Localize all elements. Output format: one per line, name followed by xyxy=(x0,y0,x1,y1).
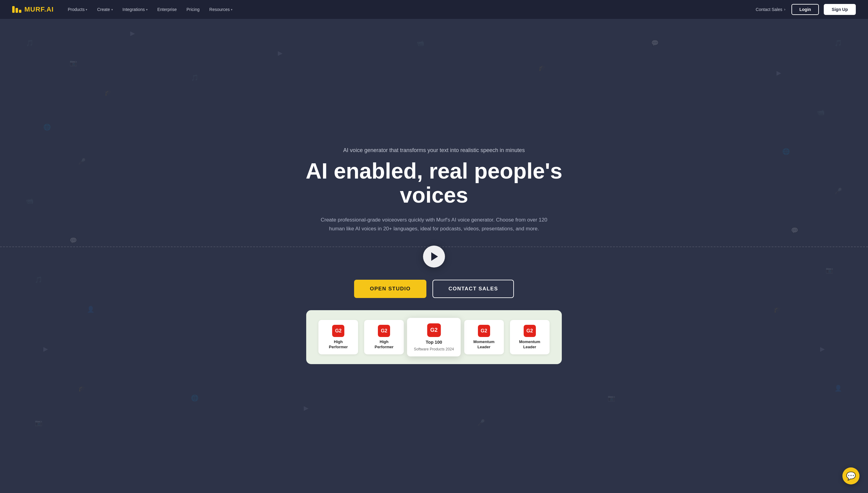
hero-subtitle: AI voice generator that transforms your … xyxy=(297,147,571,154)
bg-icon-m2: ▶ xyxy=(278,49,282,57)
nav-contact-sales[interactable]: Contact Sales › xyxy=(754,4,787,14)
logo[interactable]: MURF.AI xyxy=(12,5,54,14)
award-title-2: HighPerformer xyxy=(370,339,398,350)
bg-icon-r2: ▶ xyxy=(776,69,781,77)
logo-bar-3 xyxy=(19,10,21,13)
g2-badge-4: G2 xyxy=(524,325,536,337)
award-card-3: G2 MomentumLeader xyxy=(464,320,504,355)
bg-icon-r9: ▶ xyxy=(820,345,825,352)
hero-content: AI voice generator that transforms your … xyxy=(297,147,571,298)
bg-icon-3: ▶ xyxy=(130,29,135,37)
nav-links: Products ▾ Create ▾ Integrations ▾ Enter… xyxy=(63,4,237,14)
nav-products[interactable]: Products ▾ xyxy=(63,4,92,14)
bg-icon-r7: 📷 xyxy=(826,266,833,274)
bg-icon-12: 🎓 xyxy=(78,385,86,392)
bg-icon-r4: 🌐 xyxy=(782,148,790,155)
hero-section: 🎵 📷 ▶ 🎓 🌐 🎤 📹 💬 🎵 👤 ▶ 🎓 📷 🎵 ▶ 📹 🌐 🎤 💬 📷 … xyxy=(0,0,868,493)
bg-icon-7: 📹 xyxy=(26,197,34,205)
bg-icon-9: 🎵 xyxy=(35,276,42,283)
logo-text: MURF.AI xyxy=(24,5,54,14)
award-card-4: G2 MomentumLeader xyxy=(510,320,550,355)
logo-bar-2 xyxy=(16,8,18,13)
bg-icon-r6: 💬 xyxy=(791,227,799,234)
signup-button[interactable]: Sign Up xyxy=(824,4,856,15)
bg-icon-b1: 🌐 xyxy=(191,394,199,402)
nav-pricing[interactable]: Pricing xyxy=(182,4,204,14)
bg-icon-m4: 🎓 xyxy=(538,64,546,71)
cta-buttons: OPEN STUDIO CONTACT SALES xyxy=(297,280,571,298)
award-title-3: MomentumLeader xyxy=(470,339,498,350)
nav-integrations[interactable]: Integrations ▾ xyxy=(118,4,152,14)
play-video-button[interactable] xyxy=(423,245,445,267)
create-chevron-icon: ▾ xyxy=(111,8,113,11)
nav-enterprise[interactable]: Enterprise xyxy=(153,4,181,14)
nav-left: MURF.AI Products ▾ Create ▾ Integrations… xyxy=(12,4,237,14)
g2-badge-2: G2 xyxy=(378,325,390,337)
products-chevron-icon: ▾ xyxy=(86,8,87,11)
bg-icon-10: 👤 xyxy=(87,306,95,313)
bg-icon-r5: 🎤 xyxy=(834,187,842,195)
contact-sales-button[interactable]: CONTACT SALES xyxy=(432,280,514,298)
bg-icon-r10: 👤 xyxy=(834,385,842,392)
bg-icon-b3: 🎤 xyxy=(477,419,485,426)
award-title-1: HighPerformer xyxy=(324,339,352,350)
play-icon xyxy=(431,252,438,261)
award-subtitle-featured: Software Products 2024 xyxy=(414,347,454,351)
bg-icon-r8: 🎓 xyxy=(773,306,781,313)
nav-resources[interactable]: Resources ▾ xyxy=(205,4,237,14)
integrations-chevron-icon: ▾ xyxy=(146,8,148,11)
bg-icon-b2: ▶ xyxy=(304,404,308,412)
bg-icon-6: 🎤 xyxy=(78,158,86,165)
hero-description: Create professional-grade voiceovers qui… xyxy=(318,216,550,233)
bg-icon-m1: 🎵 xyxy=(191,74,199,81)
logo-bar-1 xyxy=(12,6,15,13)
bg-icon-2: 📷 xyxy=(69,59,77,66)
bg-icon-5: 🌐 xyxy=(43,123,51,131)
g2-badge-3: G2 xyxy=(478,325,490,337)
logo-icon xyxy=(12,6,21,13)
hero-title: AI enabled, real people's voices xyxy=(297,159,571,207)
g2-badge-1: G2 xyxy=(332,325,344,337)
bg-icon-11: ▶ xyxy=(43,345,48,352)
login-button[interactable]: Login xyxy=(791,4,819,15)
contact-sales-arrow-icon: › xyxy=(784,7,785,12)
award-title-4: MomentumLeader xyxy=(516,339,544,350)
nav-create[interactable]: Create ▾ xyxy=(93,4,117,14)
bg-icon-1: 🎵 xyxy=(26,39,34,47)
bg-icon-r3: 📹 xyxy=(817,108,825,116)
resources-chevron-icon: ▾ xyxy=(231,8,233,11)
bg-icon-13: 📷 xyxy=(35,419,42,426)
bg-icon-m5: 💬 xyxy=(651,39,659,47)
award-title-featured: Top 100 xyxy=(414,340,454,345)
nav-right: Contact Sales › Login Sign Up xyxy=(754,4,856,15)
bg-icon-8: 💬 xyxy=(69,237,77,244)
bg-icon-b4: 📷 xyxy=(608,394,615,402)
bg-icon-r1: 🎵 xyxy=(834,39,842,47)
award-card-featured: G2 Top 100 Software Products 2024 xyxy=(407,318,461,356)
chat-widget[interactable]: 💬 xyxy=(842,467,860,485)
play-button-wrapper xyxy=(297,245,571,267)
award-card-1: G2 HighPerformer xyxy=(318,320,358,355)
g2-badge-featured: G2 xyxy=(427,323,441,337)
open-studio-button[interactable]: OPEN STUDIO xyxy=(354,280,427,298)
chat-icon: 💬 xyxy=(846,471,856,481)
navbar: MURF.AI Products ▾ Create ▾ Integrations… xyxy=(0,0,868,19)
award-card-2: G2 HighPerformer xyxy=(364,320,404,355)
awards-section: G2 HighPerformer G2 HighPerformer G2 Top… xyxy=(306,310,562,364)
bg-icon-4: 🎓 xyxy=(104,89,112,96)
bg-icon-m3: 📹 xyxy=(417,39,424,47)
